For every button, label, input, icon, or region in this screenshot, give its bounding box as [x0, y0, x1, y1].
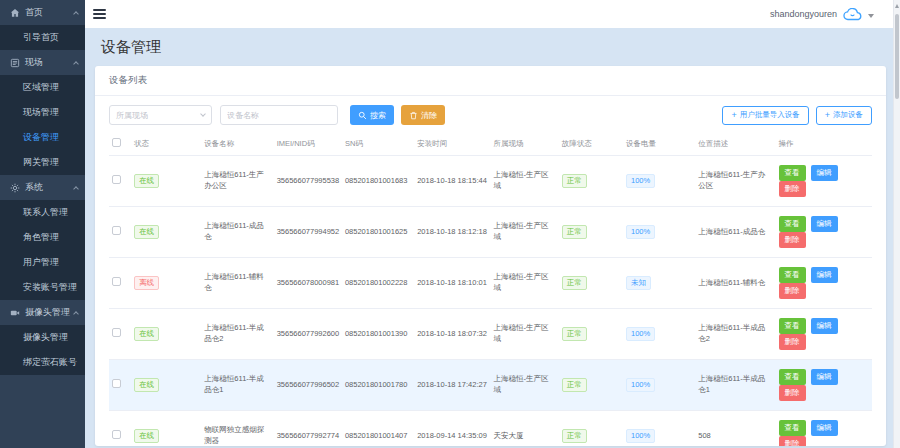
- install-time: 2018-10-18 18:07:32: [414, 309, 490, 360]
- battery-badge: 未知: [626, 276, 651, 290]
- column-header: 状态: [131, 132, 201, 156]
- location: 508: [695, 411, 775, 447]
- column-header: 故障状态: [559, 132, 623, 156]
- fault-status-badge: 正常: [562, 327, 587, 341]
- delete-button[interactable]: 删除: [779, 385, 806, 401]
- site-select-placeholder: 所属现场: [116, 110, 148, 121]
- edit-button[interactable]: 编辑: [811, 165, 838, 181]
- edit-button[interactable]: 编辑: [811, 369, 838, 385]
- device-list-card: 设备列表 所属现场 搜索 清除: [95, 66, 886, 446]
- search-button[interactable]: 搜索: [350, 105, 394, 125]
- status-badge: 在线: [134, 378, 159, 392]
- view-button[interactable]: 查看: [779, 420, 806, 436]
- view-button[interactable]: 查看: [779, 267, 806, 283]
- row-checkbox[interactable]: [112, 175, 121, 184]
- sidebar-item[interactable]: 联系人管理: [0, 200, 85, 225]
- sidebar-group-site[interactable]: 现场: [0, 50, 85, 75]
- column-header: 所属现场: [490, 132, 558, 156]
- imei: 356566078000981: [274, 258, 342, 309]
- sidebar-item[interactable]: 设备管理: [0, 125, 85, 150]
- sidebar-item[interactable]: 现场管理: [0, 100, 85, 125]
- sidebar-item[interactable]: 用户管理: [0, 250, 85, 275]
- vertical-scrollbar[interactable]: [893, 0, 900, 448]
- menu-toggle-icon[interactable]: [93, 7, 106, 21]
- plus-icon: +: [825, 111, 830, 120]
- sidebar-group-label: 现场: [25, 56, 43, 69]
- delete-button[interactable]: 删除: [779, 283, 806, 299]
- sidebar-item[interactable]: 摄像头管理: [0, 325, 85, 350]
- column-header: 设备名称: [201, 132, 273, 156]
- status-badge: 离线: [134, 276, 159, 290]
- clear-button[interactable]: 清除: [401, 105, 445, 125]
- scrollbar-thumb[interactable]: [895, 14, 899, 99]
- main-area: shandongyouren 设备管理 设备列表 所属现场: [85, 0, 900, 448]
- column-header: IMEI/NID码: [274, 132, 342, 156]
- content: 设备管理 设备列表 所属现场 搜索 清除: [85, 28, 900, 448]
- select-all-checkbox[interactable]: [112, 138, 121, 147]
- site: 上海稳恒-生产区域: [490, 156, 558, 207]
- user-menu[interactable]: shandongyouren: [770, 8, 884, 21]
- battery-badge: 100%: [626, 225, 655, 239]
- row-actions: 查看编辑删除: [776, 360, 872, 411]
- sidebar-item[interactable]: 角色管理: [0, 225, 85, 250]
- edit-button[interactable]: 编辑: [811, 318, 838, 334]
- device-name-input[interactable]: [220, 105, 338, 125]
- sn: 085201801001390: [342, 309, 414, 360]
- delete-button[interactable]: 删除: [779, 232, 806, 248]
- sidebar-group-camera[interactable]: 摄像头管理: [0, 300, 85, 325]
- site: 天安大厦: [490, 411, 558, 447]
- row-actions: 查看编辑删除: [776, 258, 872, 309]
- sn: 085201801001407: [342, 411, 414, 447]
- edit-button[interactable]: 编辑: [811, 420, 838, 436]
- site-select[interactable]: 所属现场: [109, 105, 212, 125]
- device-table: 状态设备名称IMEI/NID码SN码安装时间所属现场故障状态设备电量位置描述操作…: [109, 132, 872, 446]
- edit-button[interactable]: 编辑: [811, 267, 838, 283]
- plus-icon: +: [731, 111, 736, 120]
- table-row: 在线上海稳恒611-生产办公区3565660779955380852018010…: [109, 156, 872, 207]
- fault-status-badge: 正常: [562, 378, 587, 392]
- location: 上海稳恒611-半成品仓1: [695, 360, 775, 411]
- battery-badge: 100%: [626, 378, 655, 392]
- column-header: 安装时间: [414, 132, 490, 156]
- sidebar-item[interactable]: 区域管理: [0, 75, 85, 100]
- row-checkbox[interactable]: [112, 277, 121, 286]
- scroll-up-arrow-icon[interactable]: [895, 4, 899, 8]
- search-icon: [358, 111, 367, 120]
- sidebar-item[interactable]: 引导首页: [0, 25, 85, 50]
- column-header: 设备电量: [623, 132, 695, 156]
- delete-button[interactable]: 删除: [779, 334, 806, 350]
- row-checkbox[interactable]: [112, 226, 121, 235]
- chevron-down-icon: [200, 111, 206, 117]
- sidebar-group-label: 首页: [25, 6, 43, 19]
- site: 上海稳恒-生产区域: [490, 309, 558, 360]
- fault-status-badge: 正常: [562, 429, 587, 443]
- imei: 356566077992774: [274, 411, 342, 447]
- row-checkbox[interactable]: [112, 379, 121, 388]
- chevron-up-icon: [73, 11, 79, 17]
- view-button[interactable]: 查看: [779, 165, 806, 181]
- delete-button[interactable]: 删除: [779, 436, 806, 446]
- username: shandongyouren: [770, 9, 837, 19]
- batch-import-button[interactable]: + 用户批量导入设备: [722, 106, 808, 125]
- view-button[interactable]: 查看: [779, 369, 806, 385]
- row-checkbox[interactable]: [112, 430, 121, 439]
- sn: 085201801001683: [342, 156, 414, 207]
- sn: 085201801002228: [342, 258, 414, 309]
- imei: 356566077995538: [274, 156, 342, 207]
- table-header-row: 状态设备名称IMEI/NID码SN码安装时间所属现场故障状态设备电量位置描述操作: [109, 132, 872, 156]
- status-badge: 在线: [134, 174, 159, 188]
- view-button[interactable]: 查看: [779, 216, 806, 232]
- sidebar-group-home[interactable]: 首页: [0, 0, 85, 25]
- add-device-button[interactable]: + 添加设备: [816, 106, 872, 125]
- delete-button[interactable]: 删除: [779, 181, 806, 197]
- sidebar-item[interactable]: 网关管理: [0, 150, 85, 175]
- edit-button[interactable]: 编辑: [811, 216, 838, 232]
- row-checkbox[interactable]: [112, 328, 121, 337]
- device-name: 上海稳恒611-半成品仓1: [201, 360, 273, 411]
- install-time: 2018-10-18 18:10:01: [414, 258, 490, 309]
- sidebar-group-system[interactable]: 系统: [0, 175, 85, 200]
- chevron-down-icon: [868, 14, 874, 18]
- sidebar-item[interactable]: 安装账号管理: [0, 275, 85, 300]
- sidebar-item[interactable]: 绑定萤石账号: [0, 350, 85, 375]
- view-button[interactable]: 查看: [779, 318, 806, 334]
